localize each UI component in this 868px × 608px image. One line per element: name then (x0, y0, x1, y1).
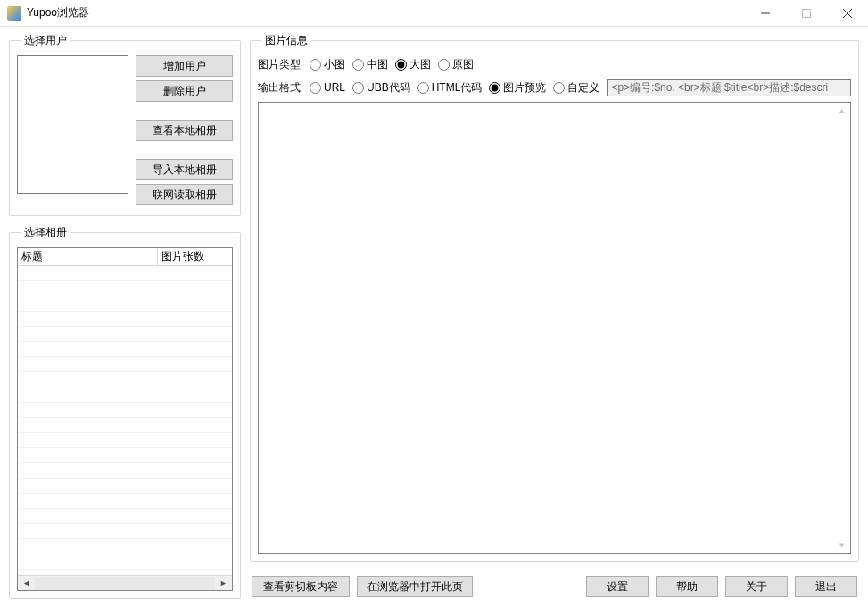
delete-user-button[interactable]: 删除用户 (136, 80, 233, 102)
user-buttons: 增加用户 删除用户 查看本地相册 导入本地相册 联网读取相册 (136, 55, 233, 205)
scroll-left-icon[interactable]: ◄ (19, 577, 34, 590)
user-listbox[interactable] (17, 55, 128, 194)
import-local-album-button[interactable]: 导入本地相册 (136, 159, 233, 180)
radio-original-label: 原图 (452, 57, 474, 72)
user-groupbox: 选择用户 增加用户 删除用户 查看本地相册 导入本地相册 联网读取相册 (9, 33, 241, 216)
radio-original-input[interactable] (438, 59, 450, 71)
table-row (18, 296, 232, 312)
preview-vscroll[interactable]: ▴ ▾ (835, 104, 848, 551)
scroll-up-icon[interactable]: ▴ (839, 104, 845, 116)
custom-template-input[interactable] (607, 79, 851, 96)
scroll-track[interactable] (35, 577, 215, 590)
close-button[interactable] (827, 0, 868, 26)
table-row (18, 357, 232, 372)
album-col-title[interactable]: 标题 (18, 248, 157, 266)
table-row (18, 554, 232, 570)
radio-ubb-input[interactable] (352, 82, 364, 94)
window-title: Yupoo浏览器 (27, 5, 745, 21)
client-area: 选择用户 增加用户 删除用户 查看本地相册 导入本地相册 联网读取相册 选择相册 (0, 27, 868, 608)
radio-ubb[interactable]: UBB代码 (352, 80, 410, 96)
view-clipboard-button[interactable]: 查看剪切板内容 (252, 576, 350, 597)
output-format-label: 输出格式 (258, 80, 304, 96)
help-button[interactable]: 帮助 (656, 576, 718, 597)
image-info-groupbox: 图片信息 图片类型 小图 中图 大图 (250, 33, 859, 562)
table-row (18, 494, 232, 509)
radio-url-label: URL (324, 81, 345, 94)
album-groupbox-legend: 选择相册 (21, 225, 70, 240)
radio-medium-label: 中图 (367, 57, 388, 72)
radio-small-label: 小图 (324, 57, 345, 72)
table-row (18, 327, 232, 342)
exit-button[interactable]: 退出 (795, 576, 857, 597)
bottom-toolbar: 查看剪切板内容 在浏览器中打开此页 设置 帮助 关于 退出 (250, 571, 859, 599)
scroll-down-icon[interactable]: ▾ (839, 539, 845, 551)
table-row (18, 281, 232, 296)
fetch-online-album-button[interactable]: 联网读取相册 (136, 184, 233, 205)
minimize-button[interactable] (745, 0, 786, 26)
table-row (18, 479, 232, 494)
svg-rect-1 (803, 9, 811, 17)
add-user-button[interactable]: 增加用户 (136, 55, 233, 77)
radio-small-input[interactable] (310, 59, 321, 71)
table-row (18, 312, 232, 327)
radio-html[interactable]: HTML代码 (417, 80, 483, 96)
table-row (18, 266, 232, 281)
table-row (18, 448, 232, 463)
view-local-album-button[interactable]: 查看本地相册 (136, 120, 233, 141)
radio-custom-input[interactable] (553, 82, 565, 94)
app-icon (7, 6, 21, 21)
album-groupbox: 选择相册 标题 图片张数 (9, 225, 241, 599)
table-row (18, 403, 232, 418)
radio-large-input[interactable] (395, 59, 407, 71)
output-format-row: 输出格式 URL UBB代码 HTML代码 图 (258, 79, 851, 96)
user-groupbox-legend: 选择用户 (21, 33, 70, 48)
table-row (18, 433, 232, 448)
table-row (18, 509, 232, 524)
album-hscrollbar[interactable]: ◄ ► (18, 575, 232, 590)
image-type-row: 图片类型 小图 中图 大图 原图 (258, 55, 851, 73)
preview-area[interactable]: ▴ ▾ (258, 102, 851, 554)
table-row (18, 539, 232, 554)
radio-custom-label: 自定义 (567, 80, 599, 96)
table-row (18, 372, 232, 387)
image-type-label: 图片类型 (258, 57, 304, 72)
titlebar: Yupoo浏览器 (0, 0, 868, 27)
table-row (18, 524, 232, 539)
radio-original[interactable]: 原图 (438, 57, 474, 72)
about-button[interactable]: 关于 (725, 576, 788, 597)
radio-preview-input[interactable] (489, 82, 500, 94)
radio-medium[interactable]: 中图 (352, 57, 388, 72)
radio-html-label: HTML代码 (432, 80, 483, 96)
radio-preview-label: 图片预览 (503, 80, 546, 96)
window-controls (745, 0, 868, 26)
radio-url-input[interactable] (310, 82, 321, 94)
table-row (18, 463, 232, 479)
table-row (18, 387, 232, 403)
scroll-right-icon[interactable]: ► (216, 577, 231, 590)
radio-html-input[interactable] (417, 82, 429, 94)
radio-large[interactable]: 大图 (395, 57, 431, 72)
album-col-count[interactable]: 图片张数 (157, 248, 232, 266)
settings-button[interactable]: 设置 (586, 576, 649, 597)
album-rows[interactable] (18, 266, 232, 575)
left-column: 选择用户 增加用户 删除用户 查看本地相册 导入本地相册 联网读取相册 选择相册 (9, 33, 241, 599)
radio-custom[interactable]: 自定义 (553, 80, 599, 96)
radio-ubb-label: UBB代码 (367, 80, 410, 96)
maximize-button[interactable] (786, 0, 827, 26)
table-row (18, 342, 232, 357)
radio-preview[interactable]: 图片预览 (489, 80, 546, 96)
radio-large-label: 大图 (409, 57, 431, 72)
radio-small[interactable]: 小图 (310, 57, 345, 72)
right-column: 图片信息 图片类型 小图 中图 大图 (250, 33, 859, 599)
radio-url[interactable]: URL (310, 81, 345, 94)
radio-medium-input[interactable] (352, 59, 364, 71)
open-in-browser-button[interactable]: 在浏览器中打开此页 (357, 576, 473, 597)
image-info-legend: 图片信息 (261, 33, 311, 48)
table-row (18, 418, 232, 433)
album-table[interactable]: 标题 图片张数 (17, 247, 233, 591)
